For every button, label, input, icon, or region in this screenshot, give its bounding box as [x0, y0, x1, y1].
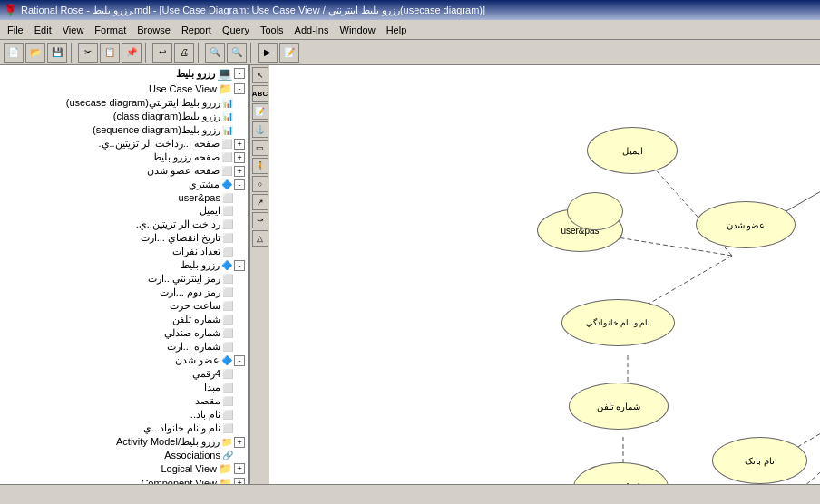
ellipse-4ragham[interactable]: ك 4رقمي — [573, 462, 669, 484]
expand-ozv[interactable]: - — [234, 355, 245, 366]
tree-mabda[interactable]: ⬜ مبدا — [0, 381, 248, 394]
anchor-tool[interactable]: ⚓ — [252, 121, 268, 138]
menu-window[interactable]: Window — [335, 23, 381, 37]
ellipse-email[interactable]: ايميل — [587, 127, 678, 174]
tree-associations[interactable]: 🔗 Associations — [0, 449, 248, 461]
note-tool[interactable]: 📝 — [252, 103, 268, 120]
expand-moshtari[interactable]: - — [234, 179, 245, 190]
expand-activity[interactable]: + — [234, 437, 245, 448]
tree-maqsad[interactable]: ⬜ مقصد — [0, 394, 248, 408]
tree-phone[interactable]: ⬜ شماره تلفن — [0, 313, 248, 326]
tree-activity[interactable]: + 📁 رزرو بليط/Activity Model — [0, 435, 248, 449]
title-bar: 🌹 Rational Rose - رزرو بليط.mdl - [Use C… — [0, 0, 820, 20]
expand-rezrvo[interactable]: - — [234, 260, 245, 271]
expand-component[interactable]: + — [234, 478, 245, 484]
toolbar-undo[interactable]: ↩ — [152, 43, 172, 63]
menu-view[interactable]: View — [57, 23, 90, 37]
menu-addins[interactable]: Add-Ins — [289, 23, 335, 37]
tree-4ragham[interactable]: ⬜ 4رقمي — [0, 367, 248, 381]
ellipse-ozvshodan[interactable]: عضو شدن — [696, 201, 796, 248]
tree-date[interactable]: ⬜ تاريخ انقضاي ...ارت — [0, 231, 248, 245]
toolbar-zoom-in[interactable]: 🔍 — [205, 43, 225, 63]
tree-cardno[interactable]: ⬜ شماره ...ارت — [0, 340, 248, 354]
menu-query[interactable]: Query — [217, 23, 255, 37]
tree-rezrvo[interactable]: - 🔷 رزرو بليط — [0, 258, 248, 272]
menu-bar: File Edit View Format Browse Report Quer… — [0, 20, 820, 40]
menu-tools[interactable]: Tools — [255, 23, 289, 37]
tree-seq-diagram[interactable]: 📊 رزرو بليط(sequence diagram) — [0, 123, 248, 137]
tree-class-diagram[interactable]: 📊 رزرو بليط(class diagram) — [0, 110, 248, 123]
tree-internet-code[interactable]: ⬜ رمز اينترنتي...ارت — [0, 272, 248, 286]
tree-use-case-view[interactable]: - 📁 Use Case View — [0, 82, 248, 96]
tree-page2[interactable]: + ⬜ صفحه رزرو بليط — [0, 150, 248, 164]
usecase-tool[interactable]: ○ — [252, 176, 268, 192]
drawing-toolbar: ↖ ABC 📝 ⚓ ▭ 🧍 ○ ↗ ⤻ △ — [249, 65, 269, 484]
tree-userpas[interactable]: ⬜ user&pas — [0, 191, 248, 204]
expand-root[interactable]: - — [234, 68, 245, 79]
tree-page3[interactable]: + ⬜ صفحه عضو شدن — [0, 164, 248, 178]
ellipse-unlabeled1[interactable] — [567, 192, 623, 230]
title-text: Rational Rose - رزرو بليط.mdl - [Use Cas… — [21, 5, 485, 16]
select-tool[interactable]: ↖ — [252, 67, 268, 83]
menu-edit[interactable]: Edit — [29, 23, 57, 37]
ellipse-bank[interactable]: نام بانک — [712, 437, 807, 484]
diagram-canvas[interactable]: مشتري مشتري 🔷 نام خانوادگي 🔷 ايميل 🔷 ()و… — [269, 65, 820, 484]
tree-second-code[interactable]: ⬜ رمز دوم ...ارت — [0, 286, 248, 299]
tree-moshtari[interactable]: - 🔷 مشتري — [0, 178, 248, 191]
tree-fullname[interactable]: ⬜ نام و نام خانواد...ي. — [0, 422, 248, 435]
tree-usecase-diagram[interactable]: 📊 رزرو بليط اينترنتي(usecase diagram) — [0, 96, 248, 110]
toolbar-copy[interactable]: 📋 — [100, 43, 120, 63]
tree-nafarat[interactable]: ⬜ تعداد نفرات — [0, 245, 248, 258]
tree-component[interactable]: + 📁 Component View — [0, 476, 248, 484]
text-tool[interactable]: ABC — [252, 85, 268, 102]
toolbar-paste[interactable]: 📌 — [122, 43, 142, 63]
toolbar-new[interactable]: 📄 — [4, 43, 24, 63]
menu-report[interactable]: Report — [176, 23, 217, 37]
expand-page1[interactable]: + — [234, 139, 245, 150]
toolbar-print[interactable]: 🖨 — [174, 43, 194, 63]
assoc-tool[interactable]: ↗ — [252, 194, 268, 210]
diagram-arrows — [269, 65, 820, 484]
actor-tool[interactable]: 🧍 — [252, 158, 268, 174]
app-icon: 🌹 — [4, 4, 17, 16]
menu-format[interactable]: Format — [89, 23, 132, 37]
expand-page3[interactable]: + — [234, 166, 245, 177]
tree-ozv[interactable]: - 🔷 عضو شدن — [0, 354, 248, 367]
expand-ucv[interactable]: - — [234, 83, 245, 94]
toolbar-doc[interactable]: 📝 — [279, 43, 299, 63]
tree-root[interactable]: - 💻 رزرو بليط — [0, 65, 248, 82]
dep-tool[interactable]: ⤻ — [252, 212, 268, 228]
toolbar-zoom-out[interactable]: 🔍 — [227, 43, 247, 63]
menu-help[interactable]: Help — [381, 23, 413, 37]
tree-payment[interactable]: ⬜ رداخت الر تزيتين..ي. — [0, 218, 248, 231]
ellipse-fullname[interactable]: نام و نام خانوادگي — [561, 299, 675, 346]
ellipse-phone[interactable]: شماره تلفن — [569, 383, 669, 430]
menu-file[interactable]: File — [2, 23, 29, 37]
tree-email[interactable]: ⬜ ايميل — [0, 204, 248, 218]
toolbar-cut[interactable]: ✂ — [78, 43, 98, 63]
tree-sandali[interactable]: ⬜ شماره صندلي — [0, 326, 248, 340]
tree-page1[interactable]: + ⬜ صفحه ...رداخت الر تزيتين..ي. — [0, 137, 248, 150]
tree-logical[interactable]: + 📁 Logical View — [0, 461, 248, 476]
rect-tool[interactable]: ▭ — [252, 140, 268, 156]
tree-namBad[interactable]: ⬜ نام باد.. — [0, 408, 248, 422]
menu-browse[interactable]: Browse — [132, 23, 176, 37]
tree-panel[interactable]: - 💻 رزرو بليط - 📁 Use Case View 📊 رزرو ب… — [0, 65, 249, 484]
toolbar: 📄 📂 💾 ✂ 📋 📌 ↩ 🖨 🔍 🔍 ▶ 📝 — [0, 40, 820, 65]
svg-line-3 — [646, 256, 732, 305]
expand-page2[interactable]: + — [234, 152, 245, 163]
gen-tool[interactable]: △ — [252, 230, 268, 247]
toolbar-open[interactable]: 📂 — [25, 43, 45, 63]
toolbar-browse[interactable]: ▶ — [258, 43, 278, 63]
expand-logical[interactable]: + — [234, 463, 245, 474]
toolbar-save[interactable]: 💾 — [47, 43, 67, 63]
main-container: - 💻 رزرو بليط - 📁 Use Case View 📊 رزرو ب… — [0, 65, 820, 484]
tree-time[interactable]: ⬜ ساعت حرت — [0, 299, 248, 313]
status-bar — [0, 484, 820, 504]
